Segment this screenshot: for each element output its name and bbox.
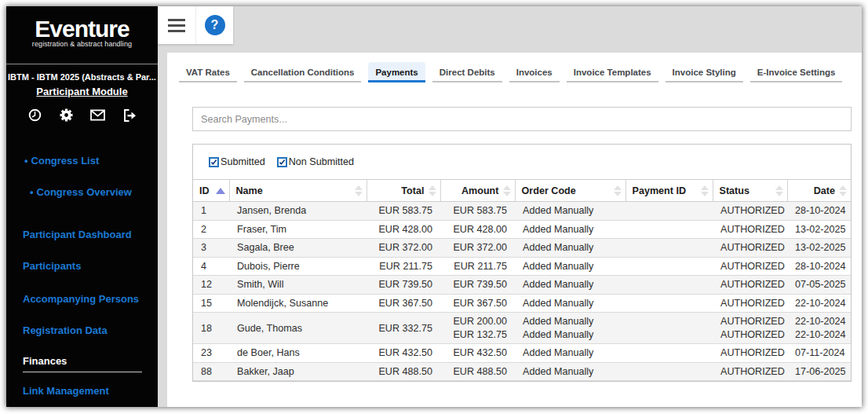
settings-icon[interactable]: [60, 108, 73, 122]
sidebar-item-participants[interactable]: Participants: [23, 260, 81, 272]
cell-id: 4: [193, 257, 229, 276]
cell-date: 28-10-2024: [787, 257, 851, 276]
table-header-row: IDNameTotalAmountOrder CodePayment IDSta…: [193, 180, 851, 202]
table-row[interactable]: 3Sagala, BreeEUR 372.00EUR 372.00Added M…: [193, 239, 851, 258]
sidebar: Eventure registration & abstract handlin…: [6, 6, 158, 407]
cell-amount: EUR 432.50: [440, 344, 515, 363]
table-row[interactable]: 2Fraser, TimEUR 428.00EUR 428.00Added Ma…: [193, 220, 851, 239]
cell-order-code: Added Manually: [515, 239, 625, 258]
main-panel: VAT RatesCancellation ConditionsPayments…: [167, 53, 862, 407]
app-logo: Eventure: [6, 16, 158, 42]
sidebar-item-link-management[interactable]: Link Management: [23, 385, 109, 397]
column-header-payment-id[interactable]: Payment ID: [625, 180, 713, 202]
cell-total: EUR 583.75: [367, 202, 440, 221]
cell-payment-id: [625, 344, 713, 363]
cell-status: AUTHORIZED: [713, 257, 787, 276]
column-header-id[interactable]: ID: [193, 180, 229, 202]
cell-order-code: Added Manually: [515, 344, 625, 363]
sort-toggle-icon: [839, 185, 847, 196]
tab-e-invoice-settings[interactable]: E-Invoice Settings: [750, 62, 843, 82]
sidebar-item-congress-overview[interactable]: •Congress Overview: [30, 186, 132, 198]
logout-icon[interactable]: [123, 109, 137, 122]
cell-date: 13-02-2025: [787, 220, 851, 239]
cell-amount: EUR 200.00EUR 132.75: [440, 313, 515, 344]
table-row[interactable]: 4Dubois, PierreEUR 211.75EUR 211.75Added…: [193, 257, 851, 276]
cell-payment-id: [625, 220, 713, 239]
hamburger-icon: [168, 16, 185, 35]
bullet: •: [30, 186, 34, 198]
cell-id: 88: [193, 362, 229, 381]
tab-invoices[interactable]: Invoices: [509, 62, 560, 82]
cell-amount: EUR 211.75: [440, 257, 515, 276]
table-row[interactable]: 88Bakker, JaapEUR 488.50EUR 488.50Added …: [193, 362, 851, 381]
cell-order-code: Added Manually: [515, 202, 625, 221]
sort-toggle-icon: [429, 185, 436, 196]
cell-amount: EUR 488.50: [440, 362, 515, 381]
cell-payment-id: [625, 362, 713, 381]
tab-payments[interactable]: Payments: [368, 62, 425, 82]
sidebar-item-accompanying-persons[interactable]: Accompanying Persons: [23, 293, 139, 305]
column-header-order-code[interactable]: Order Code: [515, 180, 625, 202]
cell-name: Gude, Thomas: [229, 313, 367, 344]
sidebar-icon-row: [28, 108, 137, 122]
tab-invoice-templates[interactable]: Invoice Templates: [567, 62, 658, 82]
column-header-status[interactable]: Status: [713, 180, 787, 202]
hamburger-menu-button[interactable]: [158, 6, 195, 44]
sidebar-item-registration-data[interactable]: Registration Data: [23, 324, 108, 336]
cell-status: AUTHORIZED: [713, 239, 787, 258]
tab-direct-debits[interactable]: Direct Debits: [432, 62, 502, 82]
cell-order-code: Added Manually: [515, 362, 625, 381]
cell-total: EUR 488.50: [367, 362, 440, 381]
cell-payment-id: [625, 257, 713, 276]
cell-status: AUTHORIZED: [713, 202, 787, 221]
column-header-amount[interactable]: Amount: [440, 180, 515, 202]
checkbox-checked-icon[interactable]: [277, 157, 287, 167]
search-input[interactable]: [192, 107, 852, 131]
cell-status: AUTHORIZED: [713, 344, 787, 363]
sort-toggle-icon: [701, 185, 709, 196]
cell-status: AUTHORIZED: [713, 220, 787, 239]
table-row[interactable]: 23de Boer, HansEUR 432.50EUR 432.50Added…: [193, 344, 851, 363]
sidebar-item-participant-dashboard[interactable]: Participant Dashboard: [23, 229, 132, 240]
participant-module-link[interactable]: Participant Module: [6, 86, 158, 97]
table-row[interactable]: 1Jansen, BrendaEUR 583.75EUR 583.75Added…: [193, 202, 851, 221]
cell-total: EUR 367.50: [367, 294, 440, 313]
table-row[interactable]: 15Molendijck, SusanneEUR 367.50EUR 367.5…: [193, 294, 851, 313]
column-header-name[interactable]: Name: [229, 180, 367, 202]
cell-id: 3: [193, 239, 229, 258]
cell-id: 15: [193, 294, 229, 313]
sidebar-item-congress-list[interactable]: •Congress List: [24, 155, 99, 167]
cell-name: Fraser, Tim: [229, 220, 367, 239]
filter-submitted[interactable]: Submitted: [209, 156, 265, 167]
mail-icon[interactable]: [90, 109, 105, 121]
cell-id: 1: [193, 202, 229, 221]
sort-toggle-icon: [614, 185, 622, 196]
filter-non-submitted[interactable]: Non Submitted: [277, 156, 354, 167]
tab-vat-rates[interactable]: VAT Rates: [179, 62, 237, 82]
cell-order-code: Added Manually: [515, 220, 625, 239]
help-button[interactable]: ?: [195, 6, 233, 44]
cell-amount: EUR 739.50: [440, 276, 515, 295]
tab-cancellation-conditions[interactable]: Cancellation Conditions: [244, 62, 362, 82]
cell-order-code: Added Manually: [515, 276, 625, 295]
cell-payment-id: [625, 294, 713, 313]
checkbox-checked-icon[interactable]: [209, 157, 219, 167]
history-icon[interactable]: [28, 108, 42, 122]
sidebar-item-label: Congress Overview: [37, 186, 132, 198]
cell-amount: EUR 367.50: [440, 294, 515, 313]
table-row[interactable]: 12Smith, WillEUR 739.50EUR 739.50Added M…: [193, 276, 851, 295]
cell-name: Bakker, Jaap: [229, 362, 367, 381]
column-header-total[interactable]: Total: [367, 180, 440, 202]
cell-name: Jansen, Brenda: [229, 202, 367, 221]
column-header-date[interactable]: Date: [787, 180, 851, 202]
sidebar-item-finances[interactable]: Finances: [23, 355, 67, 367]
sidebar-divider: [6, 64, 158, 64]
app-window: Eventure registration & abstract handlin…: [6, 6, 862, 407]
cell-order-code: Added Manually: [515, 294, 625, 313]
tab-invoice-styling[interactable]: Invoice Styling: [666, 62, 743, 82]
cell-name: Smith, Will: [229, 276, 367, 295]
cell-total: EUR 432.50: [367, 344, 440, 363]
table-row[interactable]: 18Gude, ThomasEUR 332.75EUR 200.00EUR 13…: [193, 313, 851, 344]
cell-payment-id: [625, 239, 713, 258]
cell-name: Dubois, Pierre: [229, 257, 367, 276]
